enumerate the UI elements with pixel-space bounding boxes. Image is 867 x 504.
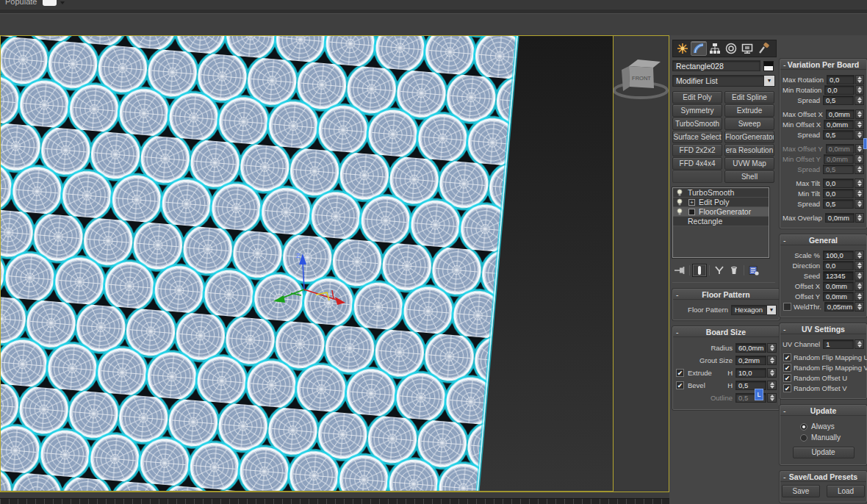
modifier-button-era-resolution[interactable]: era Resolution — [724, 144, 774, 156]
spinner[interactable] — [855, 109, 864, 119]
modifier-button-ffd-4x4x4[interactable]: FFD 4x4x4 — [672, 157, 722, 170]
update-option-manually[interactable]: Manually — [800, 433, 864, 442]
configure-modifier-sets-icon[interactable] — [747, 264, 761, 277]
checkbox-checked[interactable]: ✔ — [783, 364, 791, 372]
value-field[interactable]: 0,2mm — [735, 356, 766, 365]
sphere-board-object[interactable] — [0, 36, 518, 492]
checkbox-checked[interactable]: ✔ — [676, 369, 684, 377]
value-field[interactable]: 0,0mm — [826, 144, 855, 154]
track-bar[interactable] — [0, 498, 669, 504]
tab-modify[interactable] — [691, 41, 707, 56]
stack-item-turbosmooth[interactable]: TurboSmooth — [673, 188, 769, 198]
value-field[interactable]: 0,0mm — [823, 281, 854, 291]
viewcube[interactable]: FRONT — [611, 50, 670, 104]
modifier-button-edit-spline[interactable]: Edit Spline — [724, 91, 774, 104]
rollout-header[interactable]: -Update — [780, 406, 866, 416]
radio-unselected[interactable] — [800, 434, 807, 442]
value-field[interactable]: 0,0 — [823, 261, 854, 270]
spinner[interactable] — [855, 292, 864, 301]
spinner[interactable] — [855, 281, 864, 291]
checkbox-checked[interactable]: ✔ — [676, 381, 684, 389]
value-field[interactable]: 0,0 — [824, 85, 854, 95]
spinner[interactable] — [767, 368, 777, 378]
tab-motion[interactable] — [723, 41, 739, 56]
modifier-button-extrude[interactable]: Extrude — [724, 104, 774, 117]
value-field[interactable]: 0,0mm — [825, 213, 855, 223]
rollout-header[interactable]: -Save/Load Presets — [780, 472, 866, 482]
modifier-button-empty[interactable] — [672, 170, 722, 183]
value-field[interactable]: 0,5 — [823, 96, 854, 105]
lightbulb-icon[interactable] — [675, 189, 684, 196]
modifier-button-turbosmooth[interactable]: TurboSmooth — [672, 118, 722, 130]
tab-hierarchy[interactable] — [707, 41, 723, 56]
spinner[interactable] — [855, 75, 864, 84]
stack-item-floorgenerator[interactable]: FloorGenerator — [673, 207, 769, 217]
populate-menu[interactable]: Populate — [5, 0, 37, 6]
value-field[interactable]: 10,0 — [735, 368, 766, 378]
value-field[interactable]: 0,0 — [823, 189, 854, 198]
value-field[interactable]: 0,5 — [823, 199, 854, 209]
stack-item-edit-poly[interactable]: +Edit Poly — [673, 198, 769, 207]
object-color-swatch[interactable] — [763, 61, 774, 71]
chevron-down-icon[interactable]: ▼ — [763, 76, 774, 86]
modifier-button-ffd-2x2x2[interactable]: FFD 2x2x2 — [672, 144, 722, 156]
viewport-canvas[interactable]: Z — [0, 36, 614, 492]
show-end-result-icon[interactable] — [692, 264, 707, 277]
populate-icon[interactable] — [43, 0, 57, 6]
expand-plus-icon[interactable]: + — [688, 199, 695, 206]
value-field[interactable]: 0,0 — [827, 75, 855, 84]
tab-display[interactable] — [739, 41, 755, 56]
value-field[interactable]: 0,0 — [823, 179, 854, 188]
object-name-field[interactable]: Rectangle028 — [672, 60, 760, 71]
modifier-button-sweep[interactable]: Sweep — [724, 118, 774, 130]
value-field[interactable]: 0,5 — [823, 130, 854, 140]
value-field[interactable]: 60,0mm — [735, 343, 766, 353]
value-field[interactable]: 0,0mm — [826, 109, 855, 119]
suboject-box-icon[interactable] — [688, 209, 695, 215]
checkbox-checked[interactable]: ✔ — [783, 374, 791, 382]
checkbox-checked[interactable]: ✔ — [783, 353, 791, 361]
spinner[interactable] — [855, 302, 864, 312]
pin-stack-icon[interactable] — [672, 264, 687, 277]
modifier-button-uvw-map[interactable]: UVW Map — [724, 157, 774, 170]
value-field[interactable]: 0,0mm — [824, 154, 854, 164]
chevron-down-icon[interactable]: ▼ — [766, 306, 776, 314]
spinner[interactable] — [855, 261, 864, 270]
modifier-list-dropdown[interactable]: Modifier List ▼ — [672, 75, 775, 87]
modifier-button-symmetry[interactable]: Symmetry — [672, 104, 722, 117]
value-field[interactable]: 0,0mm — [824, 120, 854, 129]
spinner[interactable] — [855, 339, 864, 349]
value-field[interactable]: 0,5 — [823, 165, 854, 174]
modifier-button-shell[interactable]: Shell — [724, 170, 774, 183]
spinner[interactable] — [855, 96, 864, 105]
spinner[interactable] — [767, 381, 777, 390]
make-unique-icon[interactable] — [712, 264, 727, 277]
radio-selected[interactable] — [800, 423, 807, 431]
lightbulb-icon[interactable] — [675, 208, 684, 215]
remove-modifier-icon[interactable] — [727, 264, 741, 277]
spinner[interactable] — [855, 165, 864, 174]
floor-pattern-dropdown[interactable]: Hexagon ▼ — [731, 305, 777, 315]
tab-utilities[interactable] — [755, 41, 771, 56]
value-field[interactable]: 12345 — [823, 271, 854, 281]
value-field[interactable]: 0,05mm — [824, 302, 855, 312]
update-button[interactable]: Update — [793, 447, 855, 458]
spinner[interactable] — [767, 356, 777, 365]
flyout-arrow-icon[interactable] — [60, 1, 65, 7]
spinner[interactable] — [855, 120, 864, 129]
update-option-always[interactable]: Always — [800, 422, 864, 431]
spinner[interactable] — [855, 251, 864, 260]
spinner[interactable] — [855, 199, 864, 209]
checkbox-checked[interactable]: ✔ — [783, 384, 791, 392]
spinner[interactable] — [855, 189, 864, 198]
safe-frame-area[interactable]: Z — [0, 36, 614, 492]
checkbox-unchecked[interactable] — [783, 303, 791, 311]
modifier-button-surface-select[interactable]: Surface Select — [672, 131, 722, 143]
rollout-header[interactable]: -Floor Pattern — [673, 289, 779, 300]
stack-item-rectangle[interactable]: Rectangle — [673, 217, 769, 226]
rollout-header[interactable]: -UV Settings — [780, 324, 866, 334]
lightbulb-icon[interactable] — [675, 198, 684, 206]
spinner[interactable] — [855, 213, 864, 223]
value-field[interactable]: 0,0mm — [823, 292, 854, 301]
spinner[interactable] — [855, 85, 864, 95]
